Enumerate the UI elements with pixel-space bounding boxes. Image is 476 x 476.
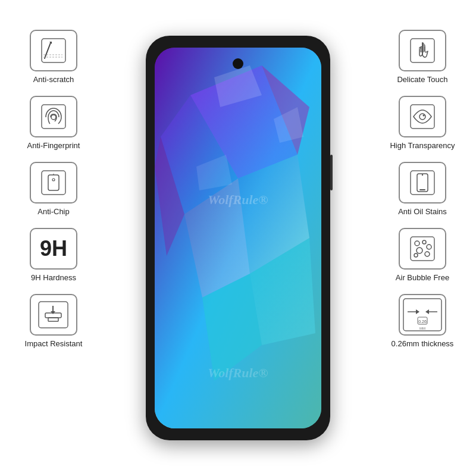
9h-text: 9H — [40, 236, 67, 261]
svg-point-38 — [422, 240, 426, 244]
impact-icon-box — [30, 294, 77, 336]
9h-icon-box: 9H — [30, 228, 77, 270]
main-container: Anti-scratch Anti-Fingerprint — [0, 0, 476, 476]
svg-rect-13 — [48, 318, 58, 321]
thickness-label: 0.26mm thickness — [392, 339, 454, 348]
scratch-icon — [39, 36, 68, 65]
feature-anti-oil: Anti Oil Stains — [398, 162, 447, 216]
feature-air-bubble: Air Bubble Free — [396, 228, 449, 282]
screen-inner: WolfRule® WolfRule® — [155, 48, 321, 428]
thickness-icon-box: 0.26 MM — [399, 294, 446, 336]
high-transparency-label: High Transparency — [390, 141, 455, 150]
svg-point-30 — [419, 114, 425, 120]
feature-anti-scratch: Anti-scratch — [30, 30, 77, 84]
side-button — [330, 155, 333, 190]
svg-rect-29 — [411, 105, 434, 129]
anti-chip-icon-box — [30, 162, 77, 203]
eye-icon — [408, 102, 437, 131]
anti-chip-label: Anti-Chip — [37, 207, 69, 216]
9h-label: 9H Hardness — [31, 273, 76, 282]
anti-scratch-label: Anti-scratch — [33, 75, 74, 84]
svg-marker-47 — [425, 309, 429, 314]
svg-point-31 — [423, 115, 425, 117]
fingerprint-icon — [39, 102, 68, 131]
svg-rect-11 — [39, 302, 68, 328]
feature-delicate-touch: Delicate Touch — [397, 30, 447, 84]
feature-9h-hardness: 9H 9H Hardness — [30, 228, 77, 282]
feature-thickness: 0.26 MM 0.26mm thickness — [392, 294, 454, 348]
svg-rect-8 — [48, 175, 59, 190]
anti-oil-label: Anti Oil Stains — [398, 207, 447, 216]
svg-point-6 — [51, 115, 56, 120]
anti-fingerprint-label: Anti-Fingerprint — [27, 141, 80, 150]
svg-point-34 — [422, 174, 423, 176]
touch-icon — [408, 36, 437, 65]
svg-point-42 — [414, 253, 418, 257]
anti-oil-icon-box — [399, 162, 446, 203]
svg-point-9 — [52, 178, 55, 181]
svg-point-41 — [425, 252, 430, 256]
svg-point-37 — [415, 241, 419, 246]
svg-point-39 — [427, 245, 431, 249]
svg-rect-43 — [403, 299, 441, 331]
impact-icon — [37, 300, 70, 330]
svg-marker-45 — [416, 309, 419, 314]
right-features-column: Delicate Touch High Transparency — [375, 30, 470, 348]
feature-high-transparency: High Transparency — [390, 96, 455, 150]
delicate-touch-icon-box — [399, 30, 446, 71]
left-features-column: Anti-scratch Anti-Fingerprint — [6, 30, 101, 348]
bubble-icon — [408, 234, 437, 264]
phone-screen: WolfRule® WolfRule® — [155, 48, 321, 428]
svg-rect-0 — [42, 39, 65, 62]
air-bubble-icon-box — [399, 228, 446, 270]
svg-point-40 — [416, 248, 422, 253]
phone-outer: WolfRule® WolfRule® — [146, 36, 330, 440]
svg-rect-33 — [417, 174, 428, 192]
anti-fingerprint-icon-box — [30, 96, 77, 137]
feature-anti-fingerprint: Anti-Fingerprint — [27, 96, 80, 150]
high-transparency-icon-box — [399, 96, 446, 137]
impact-label: Impact Resistant — [25, 339, 83, 348]
phone-container: WolfRule® WolfRule® — [146, 36, 330, 440]
delicate-touch-label: Delicate Touch — [397, 75, 447, 84]
svg-rect-35 — [419, 189, 425, 190]
thickness-icon: 0.26 MM — [402, 297, 443, 333]
air-bubble-label: Air Bubble Free — [396, 273, 449, 282]
camera-dot — [233, 58, 243, 69]
feature-anti-chip: Anti-Chip — [30, 162, 77, 216]
svg-text:0.26: 0.26 — [418, 320, 427, 324]
crystal-background — [155, 48, 321, 428]
chip-icon — [39, 168, 68, 198]
oil-icon — [408, 168, 437, 198]
svg-text:MM: MM — [419, 327, 425, 330]
svg-line-1 — [45, 43, 51, 58]
anti-scratch-icon-box — [30, 30, 77, 71]
feature-impact-resistant: Impact Resistant — [25, 294, 83, 348]
